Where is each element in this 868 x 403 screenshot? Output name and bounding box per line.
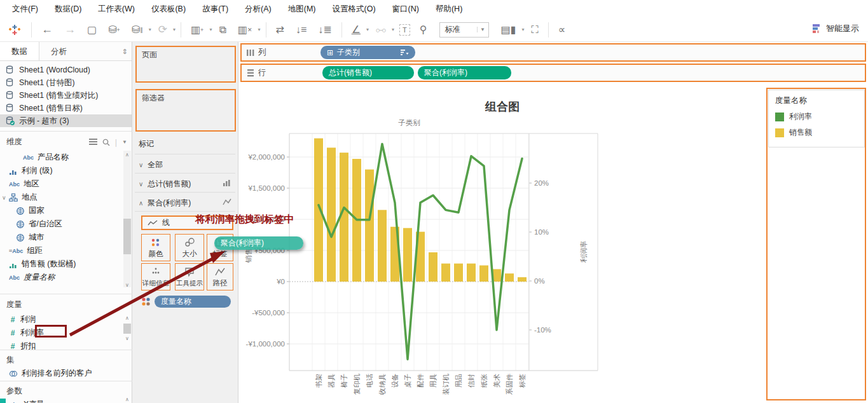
combo-chart[interactable]: ¥2,000,000¥1,500,000¥1,000,000¥500,000¥0… xyxy=(238,86,766,403)
bar-标签[interactable] xyxy=(518,277,527,282)
duplicate-sheet-button[interactable]: ⧉ xyxy=(213,21,231,39)
undo-button[interactable]: ← xyxy=(36,21,59,39)
bar-信封[interactable] xyxy=(467,264,476,282)
column-pill[interactable]: ⊞子类别 xyxy=(320,46,415,59)
clear-sheet-caret[interactable]: ▾ xyxy=(258,27,262,32)
bar-用具[interactable] xyxy=(429,252,437,282)
columns-shelf[interactable]: 列 ⊞子类别 xyxy=(240,43,866,62)
tab-data[interactable]: 数据 xyxy=(0,42,39,60)
marks-button-tooltip[interactable]: 工具提示 xyxy=(175,263,204,290)
dimension-field[interactable]: Abc地区 xyxy=(0,177,123,191)
filters-shelf[interactable]: 筛选器 xyxy=(135,89,236,132)
row-pill[interactable]: 总计(销售额) xyxy=(322,66,414,79)
menu-item-9[interactable]: 帮助(H) xyxy=(427,0,471,18)
show-me-button[interactable]: 智能显示 xyxy=(812,23,859,34)
menu-item-2[interactable]: 工作表(W) xyxy=(90,0,143,18)
chevron-icon[interactable]: ∧ xyxy=(139,200,143,207)
pages-shelf[interactable]: 页面 xyxy=(135,46,236,83)
menu-item-7[interactable]: 设置格式(O) xyxy=(324,0,384,18)
marks-card-row[interactable]: ∨总计(销售额) xyxy=(132,175,238,192)
highlight-button[interactable]: ∠ xyxy=(346,21,366,39)
fix-axes-button[interactable]: ⚲ xyxy=(414,21,433,39)
marks-button-path[interactable]: 路径 xyxy=(207,263,233,290)
show-me-small-button[interactable]: ▤▮ xyxy=(495,21,522,39)
marks-button-detail[interactable]: 详细信息 xyxy=(141,263,170,290)
new-datasource-button[interactable]: ⛁+ xyxy=(102,21,126,39)
refresh-button[interactable]: ⟳ xyxy=(153,21,173,39)
share-button[interactable]: ∝ xyxy=(553,21,571,39)
data-source-item[interactable]: 示例 - 超市 (3) xyxy=(0,114,132,127)
legend-item[interactable]: 利润率 xyxy=(775,111,864,122)
marks-card-row[interactable]: ∨全部 xyxy=(132,156,238,173)
menu-item-5[interactable]: 分析(A) xyxy=(237,0,280,18)
dimension-field[interactable]: Abc产品名称 xyxy=(0,151,123,164)
group-caret[interactable]: ▾ xyxy=(392,27,396,32)
dimension-field[interactable]: ∨地点 xyxy=(0,191,123,204)
row-pill[interactable]: 聚合(利润率) xyxy=(418,66,511,79)
dimensions-menu-caret[interactable]: ▼ xyxy=(122,139,127,145)
scroll-down-icon[interactable]: ∨ xyxy=(123,336,131,341)
legend-item[interactable]: 销售额 xyxy=(775,127,864,138)
bar-系固件[interactable] xyxy=(505,273,514,282)
group-members-button[interactable]: ⧟ xyxy=(370,21,392,39)
sort-ascending-button[interactable]: ↓≡ xyxy=(290,21,312,39)
dimension-field[interactable]: 城市 xyxy=(0,231,123,244)
data-source-item[interactable]: Sheet1 (甘特图) xyxy=(0,76,132,89)
data-source-item[interactable]: Sheet1 (销售目标) xyxy=(0,102,132,114)
measure-names-pill[interactable]: 度量名称 xyxy=(155,296,231,308)
measure-field[interactable]: #利润 xyxy=(0,313,123,326)
show-mark-labels-button[interactable]: T xyxy=(399,24,410,36)
measure-field[interactable]: #折扣 xyxy=(0,339,123,353)
view-as-list-icon[interactable] xyxy=(89,139,97,146)
sort-descending-icon[interactable] xyxy=(401,49,409,56)
scroll-up-icon[interactable]: ∧ xyxy=(123,315,131,321)
bar-装订机[interactable] xyxy=(441,264,450,282)
bar-纸张[interactable] xyxy=(479,266,488,282)
chevron-icon[interactable]: ∨ xyxy=(139,181,143,188)
bar-器具[interactable] xyxy=(327,147,336,282)
set-field[interactable]: 利润排名前列的客户 xyxy=(0,367,123,380)
dimension-field[interactable]: Abc度量名称 xyxy=(0,271,123,284)
data-source-item[interactable]: Sheet1 (销售业绩对比) xyxy=(0,89,132,102)
tab-analytics[interactable]: 分析 xyxy=(39,42,78,60)
marks-button-size[interactable]: 大小 xyxy=(175,234,204,261)
data-source-item[interactable]: Sheet1 (WordCloud) xyxy=(0,64,132,76)
bar-电话[interactable] xyxy=(365,170,374,282)
pause-updates-button[interactable]: ⛁∥ xyxy=(126,21,149,39)
dimension-field[interactable]: 利润 (级) xyxy=(0,164,123,177)
new-worksheet-button[interactable]: ▥+ xyxy=(185,21,209,39)
menu-item-3[interactable]: 仪表板(B) xyxy=(143,0,194,18)
chevron-icon[interactable]: ∨ xyxy=(139,161,143,168)
dimension-field[interactable]: =Abc组距 xyxy=(0,244,123,257)
bar-收纳具[interactable] xyxy=(378,210,387,282)
menu-item-6[interactable]: 地图(M) xyxy=(280,0,324,18)
refresh-caret[interactable]: ▾ xyxy=(173,27,177,32)
scroll-down-icon[interactable]: ∨ xyxy=(123,282,131,288)
bar-桌子[interactable] xyxy=(403,228,412,282)
sort-descending-button[interactable]: ↓≣ xyxy=(312,21,337,39)
clear-sheet-button[interactable]: ▥✕ xyxy=(232,21,258,39)
expand-icon[interactable]: ⊞ xyxy=(327,48,333,57)
menu-item-8[interactable]: 窗口(N) xyxy=(384,0,427,18)
menu-item-0[interactable]: 文件(F) xyxy=(4,0,46,18)
fit-selector[interactable]: 标准 ▼ xyxy=(439,22,489,38)
dragged-pill[interactable]: 聚合(利润率) xyxy=(214,236,303,250)
redo-button[interactable]: → xyxy=(59,21,81,39)
expander-icon[interactable]: ∨ xyxy=(2,195,6,201)
dimension-field[interactable]: 省/自治区 xyxy=(0,217,123,231)
scroll-up-icon[interactable]: ∧ xyxy=(123,152,131,158)
measure-names-legend[interactable]: 度量名称 利润率销售额 xyxy=(768,90,865,147)
marks-button-color[interactable]: 颜色 xyxy=(141,234,170,261)
menu-item-4[interactable]: 故事(T) xyxy=(194,0,237,18)
save-button[interactable]: ▢ xyxy=(81,21,102,39)
dimension-field[interactable]: 国家 xyxy=(0,204,123,217)
bar-用品[interactable] xyxy=(454,264,463,282)
marks-card-row[interactable]: ∧聚合(利润率) xyxy=(132,195,238,211)
dimensions-scrollbar-thumb[interactable] xyxy=(123,219,131,254)
fit-selector-caret[interactable]: ▼ xyxy=(477,27,488,32)
measures-scrollbar-thumb[interactable] xyxy=(123,324,131,334)
rows-shelf[interactable]: 行 总计(销售额)聚合(利润率) xyxy=(240,64,866,82)
scroll-up-icon[interactable]: ∧ xyxy=(123,397,131,402)
search-icon[interactable] xyxy=(102,139,110,146)
dimension-field[interactable]: 销售额 (数据桶) xyxy=(0,257,123,271)
